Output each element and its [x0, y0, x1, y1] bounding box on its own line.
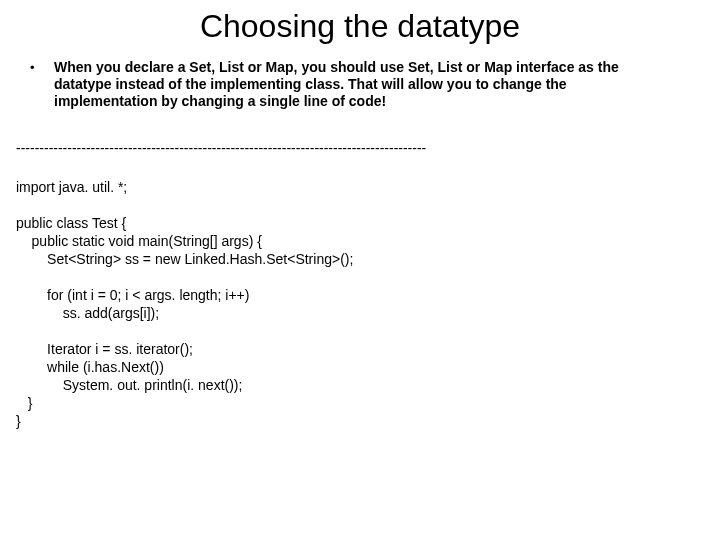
code-block: import java. util. *; public class Test … [16, 178, 720, 430]
slide: Choosing the datatype • When you declare… [0, 8, 720, 540]
bullet-marker: • [30, 59, 54, 77]
separator-line: ----------------------------------------… [16, 140, 720, 156]
bullet-text: When you declare a Set, List or Map, you… [54, 59, 664, 110]
bullet-item: • When you declare a Set, List or Map, y… [30, 59, 690, 110]
slide-title: Choosing the datatype [0, 8, 720, 45]
